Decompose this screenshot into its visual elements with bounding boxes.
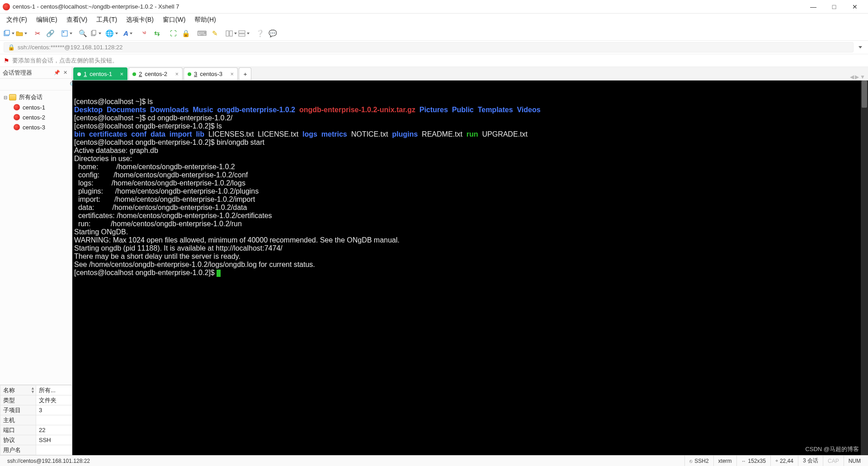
tab-bar: 1centos-1×2centos-2×3centos-3× ＋ ◀ ▶ ▼	[72, 67, 868, 81]
copy-button[interactable]	[90, 28, 101, 39]
svg-rect-8	[239, 31, 245, 33]
scroll-arrows-icon[interactable]: ▲▼	[31, 386, 35, 394]
pin-icon[interactable]: 📌	[53, 69, 61, 77]
tab-prev-button[interactable]: ◀	[850, 74, 854, 80]
session-manager-panel: 会话管理器 📌 ✕ 🔍 ⊟ 所有会话 centos-1centos-2cento…	[0, 67, 72, 455]
session-panel-title: 会话管理器	[3, 69, 53, 77]
svg-rect-1	[5, 30, 9, 35]
status-dot-icon	[77, 72, 81, 76]
session-tree-item[interactable]: centos-3	[1, 122, 71, 132]
reconnect-button[interactable]: 🔗	[44, 28, 56, 39]
status-cursor: ⌖22,44	[770, 456, 798, 466]
prop-key: 子项目	[0, 405, 36, 415]
terminal[interactable]: [centos@localhost ~]$ lsDesktop Document…	[72, 81, 868, 455]
fullscreen-button[interactable]: ⛶	[167, 28, 179, 39]
address-dropdown[interactable]	[856, 43, 864, 52]
menu-view[interactable]: 查看(V)	[63, 14, 91, 25]
highlighter-button[interactable]: ✎	[209, 28, 221, 39]
new-tab-button[interactable]: ＋	[239, 67, 251, 80]
maximize-button[interactable]: □	[824, 0, 844, 14]
session-tree-item[interactable]: centos-1	[1, 102, 71, 112]
tab-next-button[interactable]: ▶	[855, 74, 859, 80]
svg-rect-9	[239, 34, 245, 36]
tab-label: centos-2	[145, 71, 167, 77]
svg-rect-6	[226, 31, 229, 36]
session-filter-input[interactable]	[2, 81, 70, 88]
folder-icon	[9, 94, 16, 100]
status-term: xterm	[713, 456, 736, 466]
keyboard-button[interactable]: ⌨	[196, 28, 208, 39]
tree-root-label: 所有会话	[19, 93, 42, 101]
tab-number: 2	[139, 71, 142, 77]
menu-tools[interactable]: 工具(T)	[93, 14, 121, 25]
find-button[interactable]: 🔍	[77, 28, 89, 39]
address-bar: 🔒 ssh://centos:******@192.168.101.128:22	[0, 41, 868, 54]
xftp-button[interactable]: ⇆	[151, 28, 163, 39]
svg-rect-3	[63, 32, 64, 33]
window-title: centos-1 - centos@localhost:~/ongdb-ente…	[13, 3, 803, 10]
hint-bar: ⚑ 要添加当前会话，点击左侧的箭头按钮。	[0, 54, 868, 67]
prop-key: 端口	[0, 425, 36, 435]
menu-edit[interactable]: 编辑(E)	[33, 14, 61, 25]
spiral-icon[interactable]: ༄	[138, 28, 150, 39]
lock-icon: 🔒	[8, 44, 15, 51]
svg-rect-2	[62, 31, 67, 36]
tab-close-icon[interactable]: ×	[175, 71, 179, 77]
terminal-scrollbar[interactable]	[861, 81, 868, 455]
session-icon	[14, 114, 20, 120]
cursor-icon: ⌖	[775, 458, 778, 464]
session-tab[interactable]: 1centos-1×	[73, 67, 127, 80]
menu-bar: 文件(F) 编辑(E) 查看(V) 工具(T) 选项卡(B) 窗口(W) 帮助(…	[0, 14, 868, 26]
layout-button[interactable]	[238, 28, 250, 39]
size-icon: ↔	[741, 458, 746, 464]
font-button[interactable]: A	[122, 28, 134, 39]
tab-number: 1	[84, 71, 87, 77]
scrollbar-thumb[interactable]	[862, 81, 867, 108]
tab-close-icon[interactable]: ×	[120, 71, 123, 77]
status-connection: ssh://centos@192.168.101.128:22	[3, 456, 684, 466]
close-button[interactable]: ✕	[844, 0, 865, 14]
session-label: centos-3	[23, 124, 45, 131]
session-panel-header: 会话管理器 📌 ✕	[0, 67, 72, 79]
tree-root[interactable]: ⊟ 所有会话	[1, 92, 71, 102]
tab-list-button[interactable]: ▼	[860, 74, 865, 80]
tab-close-icon[interactable]: ×	[230, 71, 234, 77]
session-tree: ⊟ 所有会话 centos-1centos-2centos-3	[0, 90, 72, 385]
open-session-button[interactable]	[15, 28, 27, 39]
session-tab[interactable]: 3centos-3×	[184, 67, 238, 80]
disconnect-button[interactable]: ✂	[32, 28, 43, 39]
title-bar: centos-1 - centos@localhost:~/ongdb-ente…	[0, 0, 868, 14]
prop-key: 协议	[0, 435, 36, 445]
status-cap: CAP	[823, 456, 844, 466]
prop-key: 类型	[0, 395, 36, 405]
new-session-button[interactable]	[3, 28, 14, 39]
panel-close-icon[interactable]: ✕	[61, 69, 69, 77]
prop-val	[36, 415, 72, 425]
minimize-button[interactable]: —	[803, 0, 824, 14]
properties-button[interactable]	[61, 28, 72, 39]
prop-val: SSH	[36, 435, 72, 445]
address-field[interactable]: 🔒 ssh://centos:******@192.168.101.128:22	[4, 42, 854, 52]
split-button[interactable]	[225, 28, 237, 39]
prop-val	[36, 445, 72, 455]
status-dot-icon	[132, 72, 136, 76]
menu-help[interactable]: 帮助(H)	[191, 14, 219, 25]
session-tree-item[interactable]: centos-2	[1, 112, 71, 122]
menu-file[interactable]: 文件(F)	[3, 14, 31, 25]
prop-val: 所有...	[36, 385, 72, 395]
session-label: centos-2	[23, 114, 45, 121]
session-properties: 名称▲▼所有... 类型文件夹子项目3主机端口22协议SSH用户名	[0, 385, 72, 455]
address-text: ssh://centos:******@192.168.101.128:22	[18, 44, 123, 51]
prop-key: 名称▲▼	[0, 385, 36, 395]
status-bar: ssh://centos@192.168.101.128:22 ⎋SSH2 xt…	[0, 455, 868, 466]
lock-button[interactable]: 🔒	[180, 28, 192, 39]
menu-window[interactable]: 窗口(W)	[159, 14, 189, 25]
session-tab[interactable]: 2centos-2×	[128, 67, 183, 80]
expander-icon[interactable]: ⊟	[3, 95, 8, 100]
globe-button[interactable]: 🌐	[106, 28, 118, 39]
status-dot-icon	[188, 72, 191, 76]
help-button[interactable]: ❔	[254, 28, 266, 39]
feedback-button[interactable]: 💬	[267, 28, 278, 39]
menu-tab[interactable]: 选项卡(B)	[123, 14, 157, 25]
tab-label: centos-3	[200, 71, 222, 77]
